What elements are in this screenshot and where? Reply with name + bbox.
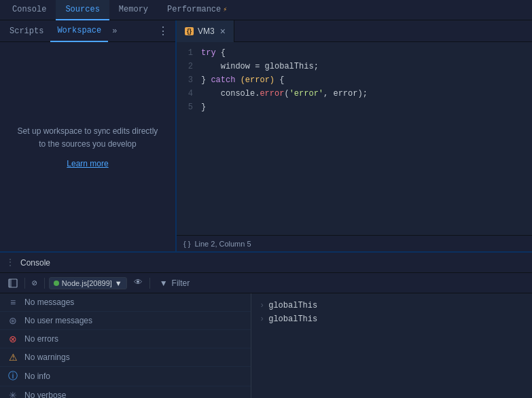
msg-label: No messages — [24, 297, 74, 307]
performance-icon: ⚡ — [223, 5, 227, 14]
console-messages-panel: ≡ No messages ⊛ No user messages ⊗ No er… — [0, 293, 251, 398]
toolbar-separator-3 — [149, 278, 150, 289]
output-value: globalThis — [268, 314, 317, 324]
msg-label: No verbose — [24, 391, 66, 398]
output-value: globalThis — [268, 301, 317, 310]
line-content: } — [201, 103, 206, 112]
toolbar-separator-2 — [44, 278, 45, 289]
bottom-panel: ⋮ Console ⊘ Node.js[20899] ▼ 👁 ▼ Filter … — [0, 251, 532, 398]
panel-actions-button[interactable]: ⋮ — [154, 24, 173, 38]
output-line-2: › globalThis — [260, 312, 524, 326]
left-panel: Scripts Workspace » ⋮ Set up workspace t… — [0, 20, 177, 251]
eye-button[interactable]: 👁 — [131, 276, 145, 289]
code-line-2: 2 window = globalThis; — [177, 61, 532, 75]
code-line-5: 5 } — [177, 102, 532, 115]
line-content: console.error('error', error); — [201, 89, 368, 98]
msg-no-verbose: ✳ No verbose — [0, 386, 251, 398]
msg-label: No errors — [24, 334, 58, 344]
filter-label: Filter — [172, 278, 190, 288]
code-line-3: 3 } catch (error) { — [177, 75, 532, 88]
output-line-1: › globalThis — [260, 299, 524, 312]
tab-close-button[interactable]: × — [220, 26, 226, 37]
filter-area: ▼ Filter — [160, 278, 190, 288]
tab-console[interactable]: Console — [3, 0, 56, 20]
output-arrow: › — [260, 314, 264, 324]
sub-tab-scripts[interactable]: Scripts — [3, 20, 50, 42]
node-context-select[interactable]: Node.js[20899] ▼ — [49, 277, 127, 289]
msg-label: No warnings — [24, 352, 70, 362]
dropdown-arrow-icon: ▼ — [115, 279, 122, 287]
cursor-position: Line 2, Column 5 — [194, 240, 251, 248]
line-content: window = globalThis; — [201, 62, 319, 71]
tab-filename: VM3 — [198, 26, 215, 36]
msg-label: No info — [24, 372, 50, 381]
filter-icon: ▼ — [160, 278, 168, 288]
console-toolbar: ⊘ Node.js[20899] ▼ 👁 ▼ Filter — [0, 273, 532, 293]
console-output-panel: › globalThis › globalThis — [251, 293, 532, 398]
line-number: 1 — [177, 48, 201, 58]
msg-no-info: ⓘ No info — [0, 367, 251, 386]
node-status-dot — [54, 281, 59, 286]
top-tab-bar: Console Sources Memory Performance ⚡ — [0, 0, 532, 20]
line-number: 3 — [177, 75, 201, 85]
console-title: Console — [20, 258, 50, 268]
line-number: 4 — [177, 89, 201, 98]
msg-label: No user messages — [24, 316, 92, 325]
learn-more-link[interactable]: Learn more — [67, 159, 108, 168]
tab-sources[interactable]: Sources — [56, 0, 109, 20]
code-editor[interactable]: 1 try { 2 window = globalThis; 3 } catch… — [177, 42, 532, 235]
code-line-1: 1 try { — [177, 48, 532, 61]
braces-icon: { } — [183, 240, 190, 248]
right-panel: {} VM3 × 1 try { 2 window = globalThis; … — [177, 20, 532, 251]
editor-tab-bar: {} VM3 × — [177, 20, 532, 42]
clear-console-button[interactable]: ⊘ — [29, 276, 40, 290]
console-header: ⋮ Console — [0, 253, 532, 273]
console-body: ≡ No messages ⊛ No user messages ⊗ No er… — [0, 293, 532, 398]
editor-tab-vm3[interactable]: {} VM3 × — [177, 20, 234, 42]
drag-handle[interactable]: ⋮ — [5, 257, 15, 268]
main-area: Scripts Workspace » ⋮ Set up workspace t… — [0, 20, 532, 251]
line-number: 2 — [177, 62, 201, 71]
msg-no-warnings: ⚠ No warnings — [0, 348, 251, 367]
msg-no-user: ⊛ No user messages — [0, 312, 251, 330]
tab-performance[interactable]: Performance ⚡ — [158, 0, 236, 20]
sidebar-icon — [8, 278, 18, 288]
warnings-icon: ⚠ — [7, 352, 19, 363]
line-content: try { — [201, 48, 226, 58]
output-arrow: › — [260, 301, 264, 310]
more-tabs-button[interactable]: » — [108, 26, 121, 36]
toolbar-separator — [24, 278, 25, 289]
status-bar: { } Line 2, Column 5 — [177, 235, 532, 251]
verbose-icon: ✳ — [7, 390, 19, 398]
msg-no-messages: ≡ No messages — [0, 293, 251, 312]
sub-tab-bar: Scripts Workspace » ⋮ — [0, 20, 175, 42]
sub-tab-workspace[interactable]: Workspace — [50, 20, 108, 42]
line-content: } catch (error) { — [201, 75, 284, 85]
code-line-4: 4 console.error('error', error); — [177, 88, 532, 102]
line-number: 5 — [177, 103, 201, 112]
workspace-info: Set up workspace to sync edits directly … — [0, 42, 175, 251]
tab-memory[interactable]: Memory — [109, 0, 158, 20]
node-label: Node.js[20899] — [62, 279, 112, 287]
svg-rect-1 — [9, 279, 12, 287]
sidebar-toggle-button[interactable] — [5, 277, 20, 289]
errors-icon: ⊗ — [7, 333, 19, 344]
info-icon: ⓘ — [7, 370, 19, 382]
file-type-icon: {} — [185, 27, 194, 35]
user-messages-icon: ⊛ — [7, 315, 19, 326]
msg-no-errors: ⊗ No errors — [0, 330, 251, 348]
messages-icon: ≡ — [7, 297, 19, 308]
workspace-description: Set up workspace to sync edits directly … — [14, 125, 162, 151]
